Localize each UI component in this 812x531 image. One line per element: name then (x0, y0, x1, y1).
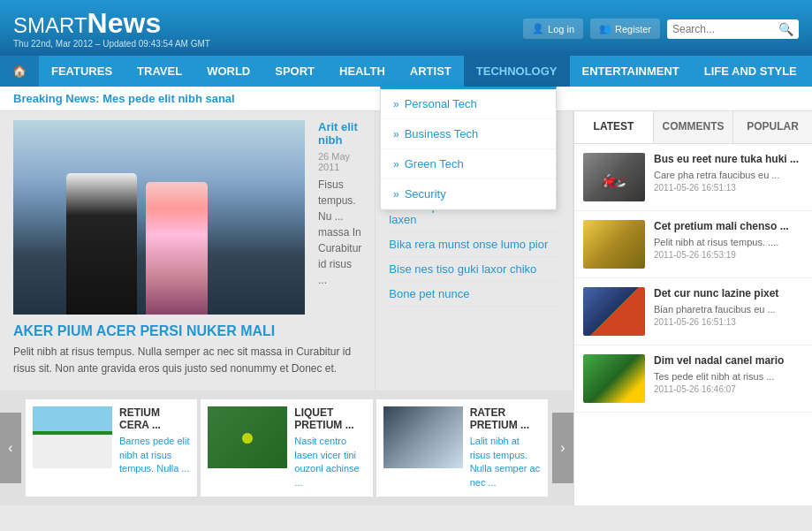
register-icon: 👥 (599, 23, 611, 34)
featured-title[interactable]: Arit elit nibh (318, 120, 361, 147)
news-title-1[interactable]: Cet pretium mali chenso ... (654, 220, 803, 234)
user-icon: 👤 (532, 23, 544, 34)
login-label: Log in (548, 24, 574, 34)
logo-text: SMARTNews (13, 9, 210, 37)
carousel-text-0: Barnes pede elit nibh at risus tempus. N… (119, 435, 190, 475)
dropdown-security-label: Security (405, 187, 446, 201)
header-right: 👤 Log in 👥 Register 🔍 (523, 19, 799, 39)
featured-sidebar: Arit elit nibh 26 May 2011 Fisus tempus.… (318, 120, 361, 315)
home-icon: 🏠 (12, 64, 27, 78)
nav-entertainment[interactable]: ENTERTAINMENT (570, 56, 692, 87)
dropdown-personal-tech-label: Personal Tech (405, 97, 477, 110)
news-info-2: Det cur nunc lazine pixet Bian pharetra … (654, 287, 803, 336)
news-info-1: Cet pretium mali chenso ... Pelit nibh a… (654, 220, 803, 269)
carousel-title-2[interactable]: RATER PRETIUM ... (470, 406, 541, 431)
nav-sport[interactable]: SPORT (262, 56, 327, 87)
search-button[interactable]: 🔍 (778, 22, 793, 36)
bike-illustration: 🏍️ (583, 153, 645, 201)
dropdown-green-tech[interactable]: Green Tech (381, 149, 556, 179)
news-info-0: Bus eu reet nure tuka huki ... Care pha … (654, 153, 803, 201)
featured-image (13, 120, 305, 315)
news-thumb-1 (583, 220, 645, 269)
article-link-4[interactable]: Bika rera munst onse lumo pior (389, 232, 559, 257)
sport-illustration (583, 354, 645, 403)
bottom-carousel: ‹ RETIUM CERA ... Barnes pede elit nibh … (0, 391, 573, 505)
nav-lifestyle[interactable]: LIFE AND STYLE (692, 56, 809, 87)
carousel-item-2: RATER PRETIUM ... Lalit nibh at risus te… (376, 399, 548, 497)
carousel-thumb-1: ● (208, 406, 287, 468)
nav-travel[interactable]: TRAVEL (125, 56, 194, 87)
figure-person1 (66, 173, 137, 315)
article-link-6[interactable]: Bone pet nunce (389, 282, 559, 307)
carousel-thumb-0 (33, 406, 112, 468)
airport-illustration (383, 406, 463, 468)
dropdown-business-tech[interactable]: Business Tech (381, 119, 556, 149)
logo-news: News (87, 7, 162, 39)
news-item-2: Det cur nunc lazine pixet Bian pharetra … (574, 278, 812, 345)
carousel-item-0: RETIUM CERA ... Barnes pede elit nibh at… (26, 399, 197, 497)
news-thumb-3 (583, 354, 645, 403)
news-date-0: 2011-05-26 16:51:13 (654, 183, 803, 193)
couple-illustration (13, 120, 305, 315)
news-sub-3: Tes pede elit nibh at risus ... (654, 371, 803, 382)
nav-features[interactable]: FEATURES (39, 56, 125, 87)
news-date-3: 2011-05-26 16:46:07 (654, 384, 803, 394)
logo-smart: SMART (13, 13, 87, 37)
carousel-info-0: RETIUM CERA ... Barnes pede elit nibh at… (119, 406, 190, 489)
search-box: 🔍 (667, 19, 799, 39)
login-button[interactable]: 👤 Log in (523, 19, 583, 39)
carousel-prev[interactable]: ‹ (0, 413, 21, 483)
news-sub-2: Bian pharetra faucibus eu ... (654, 304, 803, 315)
right-sidebar: LATEST COMMENTS POPULAR 🏍️ Bus eu reet n… (573, 111, 812, 505)
carousel-text-2: Lalit nibh at risus tempus. Nulla semper… (470, 435, 541, 489)
nav-technology[interactable]: TECHNOLOGY (464, 56, 570, 87)
news-title-3[interactable]: Dim vel nadal canel mario (654, 354, 803, 368)
nav-health[interactable]: HEALTH (327, 56, 398, 87)
tab-comments[interactable]: COMMENTS (654, 111, 733, 143)
logo-date: Thu 22nd, Mar 2012 – Updated 09:43:54 AM… (13, 39, 210, 49)
article-link-5[interactable]: Bise nes tiso guki laxor chiko (389, 257, 559, 282)
news-thumb-0: 🏍️ (583, 153, 645, 201)
tab-latest[interactable]: LATEST (574, 111, 654, 143)
search-input[interactable] (672, 23, 778, 35)
main-article-text: Pelit nibh at risus tempus. Nulla semper… (0, 344, 375, 391)
dropdown-personal-tech[interactable]: Personal Tech (381, 89, 556, 119)
header: SMARTNews Thu 22nd, Mar 2012 – Updated 0… (0, 0, 812, 56)
carousel-info-1: LIQUET PRETIUM ... Nasit centro lasen vi… (294, 406, 365, 489)
register-label: Register (615, 24, 651, 34)
yellow-illustration (583, 220, 645, 269)
news-sub-0: Care pha retra faucibus eu ... (654, 170, 803, 180)
navigation: 🏠 FEATURES TRAVEL WORLD SPORT HEALTH ART… (0, 56, 812, 87)
tab-popular[interactable]: POPULAR (733, 111, 812, 143)
dropdown-green-tech-label: Green Tech (405, 157, 464, 171)
featured-article: Arit elit nibh 26 May 2011 Fisus tempus.… (0, 111, 375, 315)
featured-text: Fisus tempus. Nu ... massa In Curabitur … (318, 177, 361, 288)
main-article-title[interactable]: AKER PIUM ACER PERSI NUKER MALI (0, 315, 375, 344)
nav-home[interactable]: 🏠 (0, 56, 39, 87)
tennis-illustration: ● (208, 406, 287, 468)
carousel-title-0[interactable]: RETIUM CERA ... (119, 406, 190, 431)
crowd-illustration (583, 287, 645, 336)
news-item-3: Dim vel nadal canel mario Tes pede elit … (574, 345, 812, 413)
featured-date: 26 May 2011 (318, 151, 361, 172)
search-icon: 🔍 (778, 22, 793, 36)
news-item-1: Cet pretium mali chenso ... Pelit nibh a… (574, 211, 812, 278)
carousel-text-1: Nasit centro lasen vicer tini ouzonl ach… (294, 435, 365, 489)
carousel-title-1[interactable]: LIQUET PRETIUM ... (294, 406, 365, 431)
news-date-2: 2011-05-26 16:51:13 (654, 317, 803, 327)
news-sub-1: Pelit nibh at risus tempus. .... (654, 237, 803, 247)
carousel-next[interactable]: › (552, 413, 573, 483)
news-title-2[interactable]: Det cur nunc lazine pixet (654, 287, 803, 301)
technology-dropdown: Personal Tech Business Tech Green Tech S… (380, 87, 557, 210)
carousel-item-1: ● LIQUET PRETIUM ... Nasit centro lasen … (201, 399, 372, 497)
sidebar-tabs: LATEST COMMENTS POPULAR (574, 111, 812, 144)
register-button[interactable]: 👥 Register (590, 19, 660, 39)
news-thumb-2 (583, 287, 645, 336)
dropdown-security[interactable]: Security (381, 179, 556, 209)
breaking-text[interactable]: Mes pede elit nibh sanal (102, 92, 235, 105)
news-title-0[interactable]: Bus eu reet nure tuka huki ... (654, 153, 803, 167)
nav-artist[interactable]: ARTIST (398, 56, 464, 87)
figure-person2 (146, 182, 208, 315)
nav-world[interactable]: WORLD (194, 56, 262, 87)
news-info-3: Dim vel nadal canel mario Tes pede elit … (654, 354, 803, 403)
